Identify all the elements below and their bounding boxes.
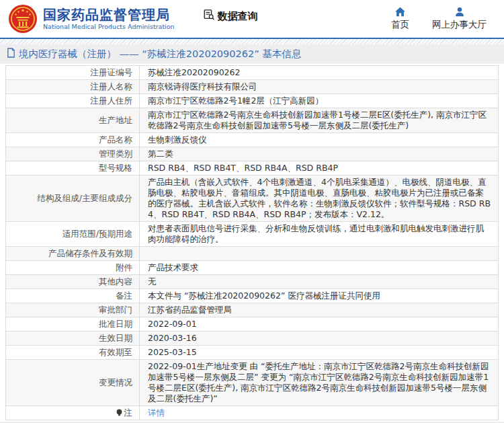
row-label: 结构及组成/主要组成成分 <box>6 176 140 221</box>
table-row: 备注本文件与 “苏械注准20202090262” 医疗器械注册证共同使用 <box>6 289 498 303</box>
row-label: 产品储存条件及有效期 <box>6 247 140 260</box>
table-row: 注册证编号苏械注准20202090262 <box>6 66 498 80</box>
row-value: 详情 <box>140 406 498 420</box>
row-label: 审批部门 <box>6 303 140 317</box>
person-icon <box>454 7 465 17</box>
table-row: 注详情 <box>6 406 498 420</box>
row-label: 型号规格 <box>6 161 140 175</box>
national-emblem-icon <box>8 4 38 34</box>
row-value: 南京市江宁区乾德路2号南京生命科技创新园加速带1号楼二层E区(委托生产), 南京… <box>140 108 498 132</box>
row-label: 附件 <box>6 261 140 274</box>
brand: 国家药品监督管理局 National Medical Products Admi… <box>43 7 175 30</box>
row-value: 2020-03-16 <box>140 332 498 345</box>
row-value: 南京市江宁区乾德路2号1幢2层（江宁高新园） <box>140 94 498 108</box>
table-row: 型号规格RSD RB4、RSD RB4T、RSD RB4A、RSD RB4P <box>6 161 498 176</box>
row-value: 产品由主机（含嵌入式软件、4个电刺激通道、4个肌电采集通道）、电极线、阴道电极、… <box>140 176 498 221</box>
page-title-bar: 境内医疗器械（注册） —— “苏械注准20202090262” 基本信息 <box>0 44 504 64</box>
note-bulb-icon <box>116 408 122 419</box>
table-row: 审批部门江苏省药品监督管理局 <box>6 303 498 317</box>
detail-link[interactable]: 详情 <box>148 408 165 418</box>
site-title: 国家药品监督管理局 <box>43 7 175 22</box>
page-title: 境内医疗器械（注册） —— “苏械注准20202090262” 基本信息 <box>19 48 301 61</box>
table-row: 变更情况2022-09-01生产地址变更 由 “委托生产地址：南京市江宁区乾德路… <box>6 360 498 406</box>
nav-home[interactable]: 首页 <box>391 7 409 31</box>
table-row: 注册人名称南京锐诗得医疗科技有限公司 <box>6 80 498 94</box>
table-row: 其他内容无 <box>6 275 498 289</box>
table-row: 适用范围/预期用途对患者表面肌电信号进行采集、分析和生物反馈训练，通过电刺激和肌… <box>6 222 498 247</box>
row-label: 注 <box>6 406 140 420</box>
row-label: 变更情况 <box>6 360 140 406</box>
row-label: 其他内容 <box>6 275 140 289</box>
row-value: 江苏省药品监督管理局 <box>140 303 498 317</box>
table-row: 批准日期2022-09-01 <box>6 317 498 332</box>
row-value: RSD RB4、RSD RB4T、RSD RB4A、RSD RB4P <box>140 161 498 175</box>
nav-data-query[interactable]: 数据查询 <box>203 9 258 24</box>
nav-service-hall[interactable]: 网上办事大厅 <box>432 7 487 31</box>
row-value: 2025-03-15 <box>140 346 498 359</box>
row-label: 生产地址 <box>6 108 140 132</box>
row-value: 2022-09-01 <box>140 317 498 331</box>
row-value: 无 <box>140 275 498 289</box>
table-row: 附件产品技术要求 <box>6 261 498 275</box>
row-label: 注册人住所 <box>6 94 140 108</box>
row-label: 备注 <box>6 289 140 303</box>
page: 国家药品监督管理局 National Medical Products Admi… <box>0 0 504 423</box>
site-header: 国家药品监督管理局 National Medical Products Admi… <box>0 0 504 38</box>
row-value: 生物刺激反馈仪 <box>140 133 498 147</box>
table-row: 管理类别第二类 <box>6 147 498 161</box>
row-value: 2022-09-01生产地址变更 由 “委托生产地址：南京市江宁区乾德路2号南京… <box>140 360 498 406</box>
document-icon <box>7 48 15 61</box>
top-nav: 首页 网上办事大厅 <box>391 7 496 31</box>
site-subtitle: National Medical Products Administration <box>43 24 175 30</box>
data-query-icon <box>203 9 215 24</box>
row-value: 南京锐诗得医疗科技有限公司 <box>140 80 498 93</box>
row-value: 苏械注准20202090262 <box>140 66 498 79</box>
row-value: 产品技术要求 <box>140 261 498 274</box>
row-label: 注册人名称 <box>6 80 140 93</box>
nav-home-label: 首页 <box>391 19 409 31</box>
row-label: 管理类别 <box>6 147 140 161</box>
info-table: 注册证编号苏械注准20202090262注册人名称南京锐诗得医疗科技有限公司注册… <box>5 65 499 420</box>
row-label: 产品名称 <box>6 133 140 147</box>
table-row: 结构及组成/主要组成成分产品由主机（含嵌入式软件、4个电刺激通道、4个肌电采集通… <box>6 176 498 222</box>
table-row: 有效期至2025-03-15 <box>6 346 498 360</box>
row-label: 注册证编号 <box>6 66 140 79</box>
table-row: 生效日期2020-03-16 <box>6 332 498 346</box>
row-value: 对患者表面肌电信号进行采集、分析和生物反馈训练，通过电刺激和肌电触发电刺激进行肌… <box>140 222 498 246</box>
data-query-label: 数据查询 <box>218 10 258 23</box>
table-row: 产品储存条件及有效期 <box>6 247 498 261</box>
nav-service-hall-label: 网上办事大厅 <box>432 19 487 31</box>
table-row: 生产地址南京市江宁区乾德路2号南京生命科技创新园加速带1号楼二层E区(委托生产)… <box>6 108 498 133</box>
row-label: 有效期至 <box>6 346 140 359</box>
row-label: 批准日期 <box>6 317 140 331</box>
table-row: 产品名称生物刺激反馈仪 <box>6 133 498 147</box>
hatch-strip <box>0 39 504 44</box>
table-row: 注册人住所南京市江宁区乾德路2号1幢2层（江宁高新园） <box>6 94 498 108</box>
row-label: 适用范围/预期用途 <box>6 222 140 246</box>
row-value: 本文件与 “苏械注准20202090262” 医疗器械注册证共同使用 <box>140 289 498 303</box>
home-icon <box>394 7 406 17</box>
row-value <box>140 247 498 260</box>
row-value: 第二类 <box>140 147 498 161</box>
row-label: 生效日期 <box>6 332 140 345</box>
